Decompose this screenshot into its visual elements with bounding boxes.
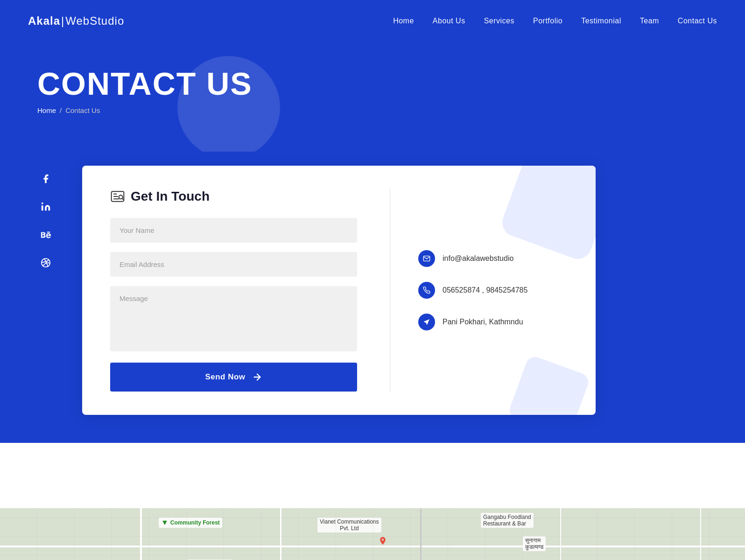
map-road bbox=[0, 546, 745, 547]
arrow-right-icon bbox=[252, 372, 262, 382]
name-field-group bbox=[110, 218, 357, 243]
nav-link-team[interactable]: Team bbox=[640, 17, 659, 25]
email-input[interactable] bbox=[110, 252, 357, 277]
message-textarea[interactable] bbox=[110, 286, 357, 351]
map-road bbox=[700, 508, 701, 560]
map-pin-vianet bbox=[378, 536, 387, 546]
map-background: ▼ Community Forest Training InstituteMah… bbox=[0, 508, 745, 560]
nav-link-about[interactable]: About Us bbox=[433, 17, 465, 25]
nav-item-about[interactable]: About Us bbox=[433, 17, 465, 25]
breadcrumb-separator: / bbox=[60, 106, 62, 114]
breadcrumb-current: Contact Us bbox=[65, 106, 100, 114]
address-info-item: Pani Pokhari, Kathmndu bbox=[418, 314, 568, 330]
map-label-vianet: Vianet CommunicationsPvt. Ltd bbox=[317, 518, 381, 532]
social-icons bbox=[37, 170, 54, 271]
contact-info-section: info@akalawebstudio 056525874 , 98452547… bbox=[418, 189, 568, 392]
map-grid bbox=[0, 508, 745, 560]
location-icon-circle bbox=[418, 314, 435, 330]
brand-name-light: WebStudio bbox=[65, 14, 124, 27]
behance-icon[interactable] bbox=[37, 226, 54, 243]
form-heading-text: Get In Touch bbox=[131, 189, 210, 204]
map-section[interactable]: ▼ Community Forest Training InstituteMah… bbox=[0, 508, 745, 560]
map-label-text: Community Forest bbox=[170, 519, 220, 526]
address-text: Pani Pokhari, Kathmndu bbox=[443, 318, 523, 326]
nav-item-home[interactable]: Home bbox=[393, 17, 414, 25]
nav-link-portfolio[interactable]: Portfolio bbox=[533, 17, 562, 25]
brand-pipe: | bbox=[61, 14, 64, 27]
nav-item-contact[interactable]: Contact Us bbox=[678, 17, 717, 25]
breadcrumb: Home / Contact Us bbox=[37, 106, 708, 114]
nav-link-services[interactable]: Services bbox=[484, 17, 514, 25]
nav-links: Home About Us Services Portfolio Testimo… bbox=[393, 17, 717, 25]
map-label-gangabu: Gangabu FoodlandRestaurant & Bar bbox=[481, 513, 534, 528]
email-text: info@akalawebstudio bbox=[443, 254, 513, 263]
brand-logo[interactable]: Akala|WebStudio bbox=[28, 14, 124, 28]
map-road bbox=[140, 508, 142, 560]
breadcrumb-home[interactable]: Home bbox=[37, 106, 56, 114]
page-title: CONTACT US bbox=[37, 65, 708, 102]
contact-card: Get In Touch Send Now bbox=[82, 166, 596, 415]
nav-item-testimonial[interactable]: Testimonial bbox=[581, 17, 621, 25]
nav-link-testimonial[interactable]: Testimonial bbox=[581, 17, 621, 25]
brand-name-bold: Akala bbox=[28, 14, 60, 27]
linkedin-icon[interactable] bbox=[37, 198, 54, 215]
map-road bbox=[560, 508, 561, 560]
nav-link-home[interactable]: Home bbox=[393, 17, 414, 25]
lower-white-section bbox=[0, 443, 745, 508]
nav-item-services[interactable]: Services bbox=[484, 17, 514, 25]
map-road bbox=[280, 508, 281, 560]
vertical-divider bbox=[390, 189, 390, 392]
message-field-group bbox=[110, 286, 357, 353]
form-section: Get In Touch Send Now bbox=[110, 189, 357, 392]
nav-item-portfolio[interactable]: Portfolio bbox=[533, 17, 562, 25]
send-button[interactable]: Send Now bbox=[110, 363, 357, 392]
form-heading: Get In Touch bbox=[110, 189, 357, 204]
name-input[interactable] bbox=[110, 218, 357, 243]
phone-icon-circle bbox=[418, 282, 435, 299]
nav-item-team[interactable]: Team bbox=[640, 17, 659, 25]
email-field-group bbox=[110, 252, 357, 277]
map-label-community-forest: ▼ Community Forest bbox=[159, 518, 222, 528]
email-icon-circle bbox=[418, 250, 435, 267]
facebook-icon[interactable] bbox=[37, 170, 54, 187]
email-info-item: info@akalawebstudio bbox=[418, 250, 568, 267]
dribbble-icon[interactable] bbox=[37, 254, 54, 271]
svg-point-0 bbox=[42, 203, 43, 204]
contact-card-icon bbox=[110, 189, 125, 204]
map-road bbox=[420, 508, 422, 560]
hero-section: CONTACT US Home / Contact Us bbox=[0, 42, 745, 152]
map-label-sunagam: सुनागामकुडल्यण्ड bbox=[523, 536, 546, 551]
phone-text: 056525874 , 9845254785 bbox=[443, 286, 527, 294]
nav-link-contact[interactable]: Contact Us bbox=[678, 17, 717, 25]
phone-info-item: 056525874 , 9845254785 bbox=[418, 282, 568, 299]
navbar: Akala|WebStudio Home About Us Services P… bbox=[0, 0, 745, 42]
send-button-label: Send Now bbox=[205, 372, 245, 382]
middle-section: Get In Touch Send Now bbox=[0, 152, 745, 443]
